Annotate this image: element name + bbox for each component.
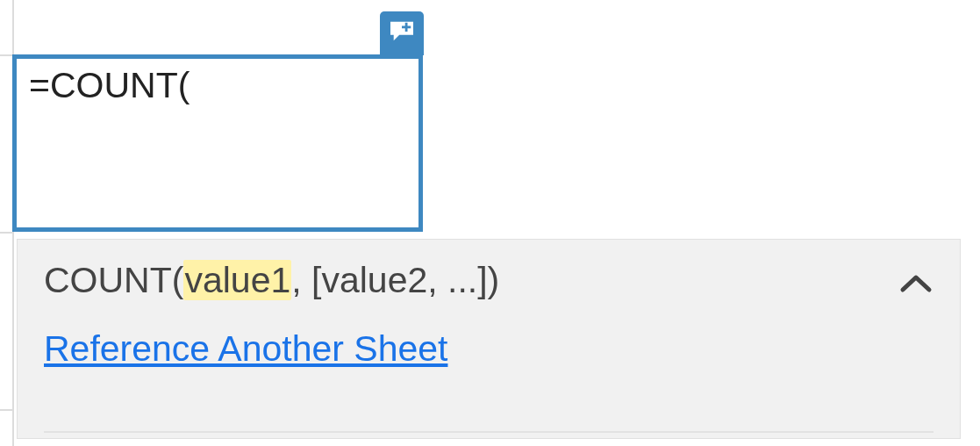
- cell-formula-editor[interactable]: =COUNT(: [12, 54, 423, 232]
- grid-line: [0, 54, 12, 56]
- rest-arguments: , [value2, ...]): [291, 260, 499, 300]
- svg-rect-1: [402, 26, 411, 29]
- formula-signature: COUNT(value1, [value2, ...]): [44, 261, 934, 300]
- reference-another-sheet-link[interactable]: Reference Another Sheet: [44, 328, 447, 370]
- add-comment-button[interactable]: [380, 11, 424, 55]
- collapse-tooltip-button[interactable]: [897, 266, 935, 305]
- comment-plus-icon: [389, 20, 415, 47]
- chevron-up-icon: [899, 273, 933, 298]
- formula-tooltip-panel: COUNT(value1, [value2, ...]) Reference A…: [17, 239, 961, 439]
- grid-line: [0, 409, 12, 411]
- formula-text: =COUNT(: [29, 65, 190, 105]
- tooltip-divider: [44, 431, 934, 433]
- grid-line: [0, 232, 12, 234]
- open-paren: (: [172, 260, 184, 300]
- fn-name: COUNT: [44, 260, 172, 300]
- current-argument: value1: [183, 260, 291, 300]
